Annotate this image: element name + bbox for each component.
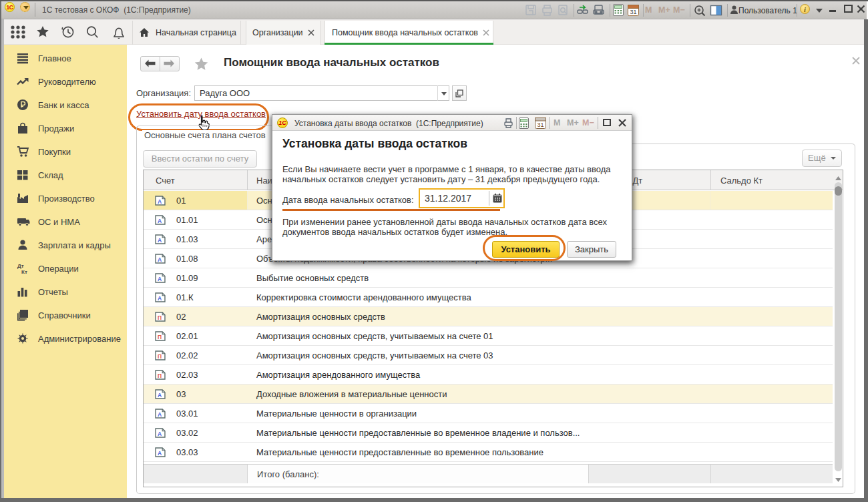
svg-text:П: П	[158, 353, 162, 360]
svg-text:А: А	[158, 431, 162, 437]
svg-text:А: А	[158, 411, 162, 418]
svg-text:Кт: Кт	[21, 269, 27, 274]
svg-text:А: А	[158, 218, 162, 224]
svg-text:П: П	[158, 314, 162, 321]
svg-text:А: А	[158, 392, 162, 399]
svg-text:31: 31	[537, 121, 544, 128]
svg-text:П: П	[158, 334, 162, 340]
svg-text:А: А	[158, 237, 162, 244]
svg-text:А: А	[158, 198, 162, 205]
svg-text:П: П	[158, 372, 162, 379]
svg-text:Дт: Дт	[17, 263, 24, 269]
svg-text:А: А	[158, 450, 162, 457]
svg-text:А: А	[158, 276, 162, 282]
svg-text:А: А	[158, 295, 162, 302]
svg-text:А: А	[158, 256, 162, 263]
svg-text:31: 31	[630, 9, 636, 15]
